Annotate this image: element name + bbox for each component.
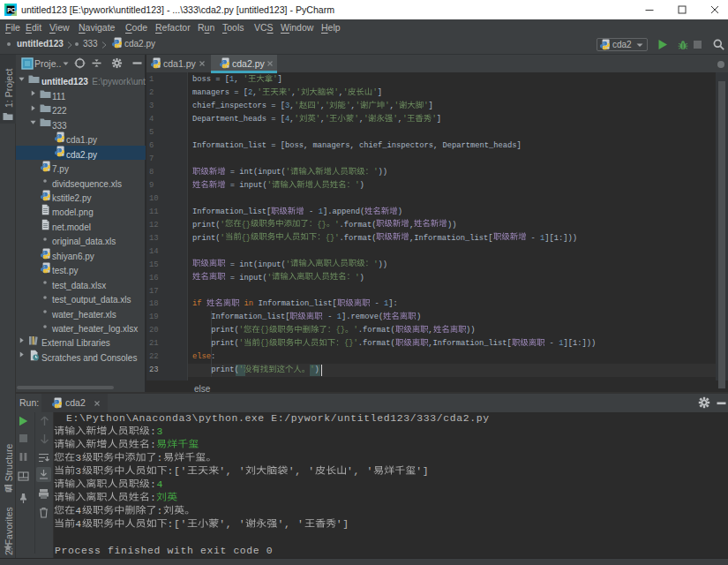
svg-text:PC: PC bbox=[7, 7, 15, 13]
